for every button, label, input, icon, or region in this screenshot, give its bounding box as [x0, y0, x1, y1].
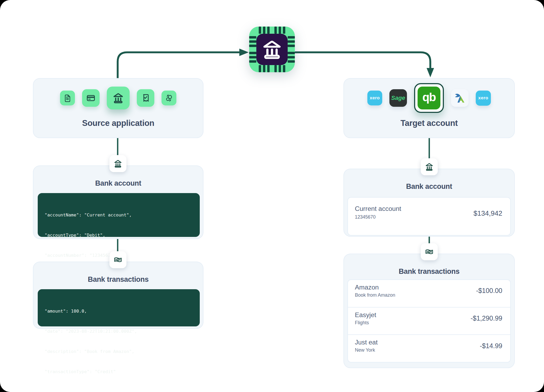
- bank-account-title-left: Bank account: [33, 179, 203, 188]
- transaction-info: Easyjet Flights: [355, 311, 376, 326]
- quickbooks-logo: qb: [418, 87, 440, 109]
- transactions-list: Amazon Book from Amazon -$100.00 Easyjet…: [347, 279, 511, 363]
- source-tile-exchange[interactable]: [162, 91, 176, 105]
- account-name: Current account: [355, 205, 401, 212]
- account-number: 12345670: [355, 214, 401, 220]
- code-line: "accountName": "Current account",: [45, 212, 193, 218]
- xero-app-icon-2[interactable]: xero: [476, 91, 491, 106]
- arrowhead-right: [239, 49, 249, 56]
- account-info: Current account 12345670: [355, 205, 401, 220]
- transaction-info: Just eat New York: [355, 339, 378, 353]
- transaction-row: Just eat New York -$14.99: [348, 334, 510, 362]
- quickbooks-app-icon-selected[interactable]: qb: [414, 83, 444, 113]
- account-balance: $134,942: [474, 209, 502, 218]
- source-application-card: Source application: [33, 78, 203, 138]
- transaction-amount: -$14.99: [480, 342, 502, 350]
- arrow-source-to-hub: [118, 52, 239, 79]
- bank-icon: [113, 159, 123, 168]
- transaction-description: Flights: [355, 320, 376, 326]
- xero-logo-text-2: xero: [478, 95, 488, 101]
- arrowhead-down: [427, 68, 434, 77]
- transaction-merchant: Just eat: [355, 339, 378, 346]
- bank-chip-icon: [249, 27, 295, 72]
- banknote-icon: [424, 247, 434, 257]
- bank-account-badge-left: [109, 155, 126, 172]
- transaction-description: Book from Amazon: [355, 292, 395, 298]
- transaction-amount: -$100.00: [476, 287, 502, 295]
- sage-app-icon[interactable]: Sage: [389, 89, 407, 107]
- transaction-merchant: Easyjet: [355, 311, 376, 319]
- target-app-icons: xero Sage qb xero: [344, 79, 514, 117]
- bank-transactions-json-card: Bank transactions "amount": 100.0, "date…: [33, 262, 203, 329]
- target-account-card: xero Sage qb xero Targ: [343, 78, 515, 138]
- bank-transactions-badge-right: [421, 243, 438, 260]
- transaction-row: Amazon Book from Amazon -$100.00: [348, 280, 510, 307]
- credit-card-icon: [86, 93, 96, 103]
- source-card-title: Source application: [33, 118, 203, 128]
- bank-transactions-title-left: Bank transactions: [33, 275, 203, 284]
- integration-diagram: Source application xero Sage qb: [0, 0, 544, 392]
- quickbooks-logo-text: qb: [422, 91, 436, 104]
- source-tile-receipt[interactable]: [137, 89, 154, 107]
- source-tile-credit-card[interactable]: [82, 89, 100, 107]
- bank-transactions-json-block: "amount": 100.0, "date": "2023-08-22T10:…: [38, 289, 200, 326]
- banknote-icon: [113, 255, 123, 265]
- transaction-amount: -$1,290.99: [470, 314, 502, 322]
- bank-transactions-title-right: Bank transactions: [344, 267, 514, 276]
- bank-account-json-block: "accountName": "Current account", "accou…: [38, 193, 200, 237]
- transaction-description: New York: [355, 347, 378, 353]
- code-line: "description": "Book from Amazon",: [45, 348, 193, 355]
- transaction-row: Easyjet Flights -$1,290.99: [348, 307, 510, 335]
- code-line: "transactionType": "Credit": [45, 368, 193, 375]
- exchange-icon: [165, 94, 173, 102]
- document-icon: [63, 94, 72, 102]
- bank-transactions-card-right: Bank transactions Amazon Book from Amazo…: [343, 254, 515, 368]
- freeagent-app-icon[interactable]: [451, 89, 469, 107]
- bank-account-title-right: Bank account: [344, 182, 514, 191]
- bank-transactions-badge-left: [109, 251, 126, 268]
- xero-app-icon[interactable]: xero: [367, 91, 382, 105]
- bank-account-badge-right: [421, 158, 438, 175]
- bank-icon: [112, 92, 125, 104]
- xero-logo-text: xero: [370, 95, 380, 101]
- account-summary-row: Current account 12345670 $134,942: [347, 197, 511, 236]
- source-app-icons: [33, 79, 203, 117]
- bank-account-card-right: Bank account Current account 12345670 $1…: [343, 169, 515, 237]
- arrow-hub-to-target: [295, 52, 430, 68]
- transaction-merchant: Amazon: [355, 284, 395, 291]
- code-line: "accountType": "Debit",: [45, 232, 193, 238]
- code-line: "date": "2023-08-22T10:21:00.000Z",: [45, 328, 193, 335]
- target-card-title: Target account: [344, 118, 514, 128]
- transaction-info: Amazon Book from Amazon: [355, 284, 395, 298]
- source-tile-bank-selected[interactable]: [107, 87, 130, 109]
- receipt-icon: [141, 93, 151, 103]
- freeagent-logo-icon: [454, 92, 466, 104]
- source-tile-document[interactable]: [60, 91, 75, 105]
- code-line: "amount": 100.0,: [45, 308, 193, 314]
- bank-icon: [424, 162, 434, 172]
- bank-account-json-card: Bank account "accountName": "Current acc…: [33, 165, 203, 239]
- sage-logo-text: Sage: [391, 95, 405, 101]
